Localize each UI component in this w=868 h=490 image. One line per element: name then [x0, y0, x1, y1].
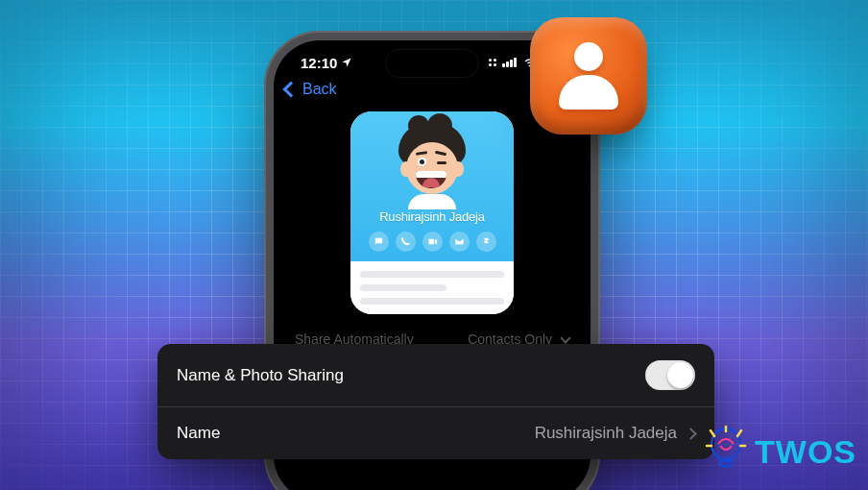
memoji-avatar	[395, 129, 470, 204]
contact-card-poster: Rushirajsinh Jadeja	[350, 111, 514, 261]
toggle-knob	[667, 362, 693, 388]
name-row-label: Name	[177, 424, 220, 443]
status-time: 12:10	[301, 55, 337, 71]
contact-card-preview[interactable]: Rushirajsinh Jadeja	[350, 111, 514, 314]
contact-card-actions	[369, 232, 496, 252]
dynamic-island	[386, 50, 478, 77]
name-photo-sharing-toggle[interactable]	[645, 360, 695, 390]
settings-panel: Name & Photo Sharing Name Rushirajsinh J…	[157, 344, 714, 459]
mail-icon[interactable]	[449, 232, 470, 252]
cellular-signal-icon	[502, 58, 517, 67]
twos-brand-text: TWOS	[755, 433, 856, 471]
chevron-down-icon	[560, 332, 570, 343]
video-icon[interactable]	[422, 232, 443, 252]
pay-icon[interactable]	[476, 232, 496, 252]
back-label: Back	[302, 81, 337, 98]
lightbulb-icon	[703, 425, 749, 478]
contact-card-fields	[350, 261, 514, 314]
contacts-app-badge	[530, 17, 647, 135]
name-row-value: Rushirajsinh Jadeja	[535, 424, 677, 443]
camera-control-icon	[489, 59, 496, 66]
twos-watermark: TWOS	[703, 425, 856, 478]
svg-point-0	[711, 429, 740, 459]
name-photo-sharing-label: Name & Photo Sharing	[177, 366, 344, 385]
location-arrow-icon	[341, 57, 352, 68]
share-automatically-row[interactable]: Share Automatically Contacts Only	[274, 314, 591, 347]
person-icon	[574, 42, 603, 71]
chevron-right-icon	[685, 428, 697, 440]
name-row[interactable]: Name Rushirajsinh Jadeja	[157, 406, 714, 459]
chevron-left-icon	[283, 82, 300, 98]
message-icon[interactable]	[369, 232, 389, 252]
name-photo-sharing-row[interactable]: Name & Photo Sharing	[157, 344, 714, 406]
call-icon[interactable]	[396, 232, 416, 252]
contact-card-name: Rushirajsinh Jadeja	[379, 209, 485, 224]
